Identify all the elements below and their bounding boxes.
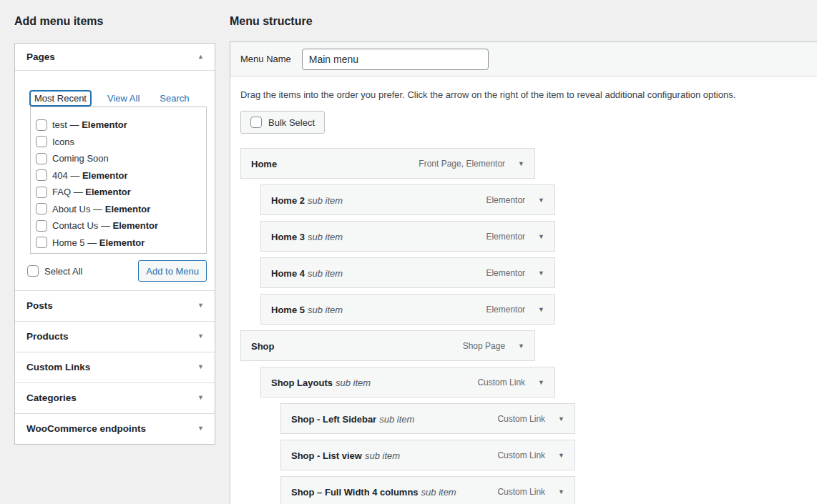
add-to-menu-button[interactable]: Add to Menu [138, 260, 207, 282]
tab-view-all[interactable]: View All [104, 92, 143, 105]
pages-section-header[interactable]: Pages ▲ [15, 44, 215, 71]
page-item-label: test — Elementor [52, 119, 127, 130]
menu-name-input[interactable] [302, 49, 489, 70]
wordpress-menus-screen: Add menu items Menu structure Pages ▲ Mo… [0, 0, 817, 504]
tab-search[interactable]: Search [156, 92, 192, 105]
page-list-item: test — Elementor [36, 117, 203, 134]
menu-item-type-label: Elementor [486, 232, 525, 242]
collapse-down-icon: ▼ [197, 395, 204, 401]
section-header-woocommerce-endpoints[interactable]: WooCommerce endpoints ▼ [15, 414, 215, 443]
section-header-custom-links[interactable]: Custom Links ▼ [15, 352, 215, 382]
menu-item-home-4[interactable]: Home 4sub item Elementor ▼ [260, 257, 555, 288]
collapse-down-icon: ▼ [197, 425, 204, 432]
menu-item-title: Shop – Full Width 4 columns [291, 487, 419, 498]
menu-item-sub-label: sub item [365, 450, 400, 461]
page-item-checkbox[interactable] [36, 203, 47, 214]
menu-item-sub-label: sub item [308, 305, 343, 315]
expand-down-arrow-icon[interactable]: ▼ [557, 450, 566, 460]
menu-item-shop-layouts[interactable]: Shop Layoutssub item Custom Link ▼ [260, 367, 555, 397]
accordion-section-categories: Categories ▼ [15, 382, 215, 413]
menu-item-sub-label: sub item [308, 268, 343, 279]
page-list-item: 404 — Elementor [36, 167, 203, 184]
menu-structure-heading: Menu structure [230, 15, 313, 28]
menu-structure-body: Drag the items into the order you prefer… [230, 76, 817, 504]
collapse-down-icon: ▼ [197, 364, 204, 370]
page-item-checkbox[interactable] [36, 169, 47, 181]
bulk-select-checkbox[interactable] [250, 117, 262, 128]
add-menu-items-panel: Pages ▲ Most RecentView AllSearch test —… [14, 43, 215, 445]
menu-item-sub-label: sub item [336, 377, 371, 388]
accordion-section-posts: Posts ▼ [15, 290, 215, 321]
page-item-checkbox[interactable] [36, 220, 47, 232]
menu-item-title: Home [251, 159, 277, 169]
menu-item-title: Home 3 [271, 232, 305, 242]
page-list-item: About Us — Elementor [36, 201, 203, 218]
menu-item-type-label: Custom Link [497, 487, 545, 497]
menu-item-sub-label: sub item [308, 232, 343, 242]
menu-item-title: Shop [251, 341, 275, 352]
tab-most-recent[interactable]: Most Recent [30, 91, 91, 106]
expand-down-arrow-icon[interactable]: ▼ [517, 159, 526, 169]
pages-section-title: Pages [26, 51, 55, 62]
menu-item-shop[interactable]: Shop Shop Page ▼ [240, 330, 535, 361]
menu-item-home[interactable]: Home Front Page, Elementor ▼ [240, 148, 535, 179]
drag-instructions: Drag the items into the order you prefer… [240, 89, 813, 102]
menu-item-title: Home 5 [271, 305, 305, 315]
menu-item-title: Shop Layouts [271, 377, 333, 388]
expand-down-arrow-icon[interactable]: ▼ [557, 414, 566, 424]
page-list-item: Contact Us — Elementor [36, 217, 203, 234]
section-header-categories[interactable]: Categories ▼ [15, 383, 215, 412]
menu-item-type-label: Custom Link [497, 414, 545, 424]
select-all-label: Select All [44, 266, 82, 277]
menu-item-shop-list-view[interactable]: Shop - List viewsub item Custom Link ▼ [280, 440, 575, 470]
page-item-checkbox[interactable] [36, 187, 47, 198]
page-item-label: Coming Soon [52, 153, 109, 164]
page-item-label: Contact Us — Elementor [52, 220, 158, 231]
menu-item-type-label: Front Page, Elementor [419, 159, 505, 169]
page-list-item: Coming Soon [36, 150, 203, 167]
menu-item-home-3[interactable]: Home 3sub item Elementor ▼ [260, 221, 555, 252]
expand-down-arrow-icon[interactable]: ▼ [517, 341, 526, 351]
menu-name-label: Menu Name [240, 54, 291, 64]
page-item-label: Home 5 — Elementor [52, 237, 145, 248]
expand-down-arrow-icon[interactable]: ▼ [557, 487, 566, 497]
page-item-checkbox[interactable] [36, 237, 47, 248]
section-header-posts[interactable]: Posts ▼ [15, 291, 215, 320]
page-item-label: About Us — Elementor [52, 204, 150, 214]
menu-item-type-label: Elementor [486, 195, 525, 205]
page-item-checkbox[interactable] [36, 153, 47, 164]
select-all-group: Select All [27, 265, 82, 277]
select-all-checkbox[interactable] [27, 265, 39, 277]
add-menu-items-heading: Add menu items [14, 15, 103, 28]
menu-item-sub-label: sub item [308, 195, 343, 206]
menu-items-list: Home Front Page, Elementor ▼ Home 2sub i… [240, 148, 813, 504]
pages-list: test — Elementor Icons Coming Soon 404 —… [30, 107, 207, 254]
menu-item-sub-label: sub item [421, 487, 456, 498]
menu-item-shop-full-width-4-columns[interactable]: Shop – Full Width 4 columnssub item Cust… [280, 476, 575, 504]
collapse-up-icon: ▲ [197, 54, 204, 60]
menu-item-title: Home 4 [271, 268, 305, 279]
menu-item-home-2[interactable]: Home 2sub item Elementor ▼ [260, 184, 555, 215]
page-item-checkbox[interactable] [36, 136, 47, 147]
expand-down-arrow-icon[interactable]: ▼ [537, 377, 546, 387]
expand-down-arrow-icon[interactable]: ▼ [537, 305, 546, 315]
expand-down-arrow-icon[interactable]: ▼ [537, 268, 546, 278]
menu-item-type-label: Shop Page [463, 341, 505, 351]
expand-down-arrow-icon[interactable]: ▼ [537, 195, 546, 205]
section-header-products[interactable]: Products ▼ [15, 322, 215, 351]
page-item-label: 404 — Elementor [52, 170, 128, 181]
page-item-label: Icons [52, 137, 74, 147]
accordion-section-custom-links: Custom Links ▼ [15, 352, 215, 382]
pages-tabs: Most RecentView AllSearch [30, 90, 207, 107]
bulk-select-control[interactable]: Bulk Select [240, 111, 325, 134]
menu-item-type-label: Elementor [486, 305, 525, 315]
menu-item-title: Shop - List view [291, 450, 362, 461]
menu-item-type-label: Custom Link [477, 377, 525, 387]
page-list-item: Home 5 — Elementor [36, 234, 203, 252]
menu-item-home-5[interactable]: Home 5sub item Elementor ▼ [260, 294, 555, 325]
accordion-section-products: Products ▼ [15, 321, 215, 352]
menu-item-title: Shop - Left Sidebar [291, 414, 376, 425]
page-item-checkbox[interactable] [36, 119, 47, 131]
expand-down-arrow-icon[interactable]: ▼ [537, 232, 546, 242]
menu-item-shop-left-sidebar[interactable]: Shop - Left Sidebarsub item Custom Link … [280, 403, 575, 434]
